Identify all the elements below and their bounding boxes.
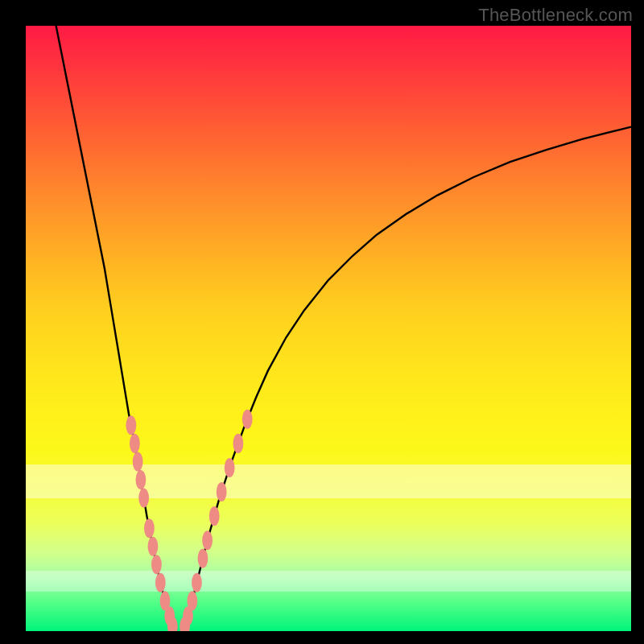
- watermark-text: TheBottleneck.com: [478, 5, 633, 26]
- data-marker: [202, 530, 213, 550]
- data-marker: [225, 458, 235, 477]
- markers-left-group: [126, 415, 177, 631]
- data-marker: [242, 410, 253, 429]
- data-marker: [135, 470, 146, 489]
- data-marker: [192, 573, 202, 592]
- chart-frame: TheBottleneck.com: [0, 0, 644, 644]
- data-marker: [233, 434, 243, 453]
- chart-plot-area: [26, 26, 631, 631]
- data-marker: [133, 452, 143, 471]
- data-marker: [130, 434, 140, 453]
- data-marker: [209, 506, 220, 526]
- data-marker: [148, 537, 159, 556]
- data-marker: [187, 591, 197, 610]
- markers-right-group: [180, 410, 252, 631]
- data-marker: [217, 482, 227, 502]
- bottleneck-curve-right: [184, 127, 631, 631]
- data-marker: [198, 549, 208, 568]
- chart-svg: [26, 26, 631, 631]
- data-marker: [126, 415, 136, 435]
- data-marker: [155, 573, 166, 592]
- data-marker: [151, 555, 162, 574]
- data-marker: [138, 489, 149, 508]
- data-marker: [144, 518, 155, 538]
